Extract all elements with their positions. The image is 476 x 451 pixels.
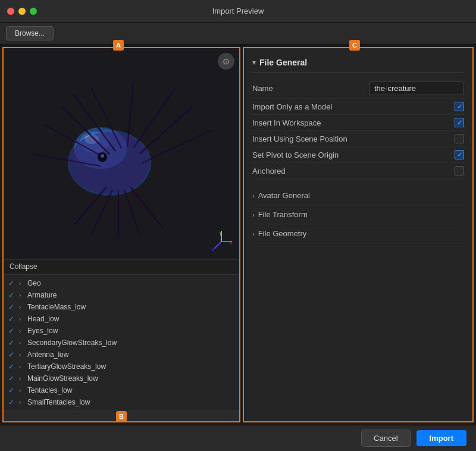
maximize-button[interactable] (30, 8, 37, 15)
window-controls[interactable] (7, 8, 37, 15)
check-icon: ✓ (8, 279, 17, 287)
expand-icon: › (19, 399, 25, 406)
panels: ⊙ x y z Collapse ✓ › Geo ✓ › (0, 45, 476, 425)
collapsed-section-title: File Geometry (258, 229, 307, 238)
preview-area: ⊙ x y z (4, 48, 239, 260)
svg-point-21 (101, 154, 104, 158)
tree-item[interactable]: ✓ › Geo (4, 277, 239, 289)
tree-item[interactable]: ✓ › Eyes_low (4, 325, 239, 337)
chevron-right-icon: › (252, 211, 255, 218)
file-general-header[interactable]: ▾ File General (252, 54, 464, 73)
import-model-check-icon[interactable] (455, 102, 464, 111)
svg-text:z: z (212, 247, 214, 252)
badge-b-container: B (4, 411, 239, 421)
expand-icon: › (19, 328, 25, 334)
collapsed-section[interactable]: › File Transform (252, 205, 464, 224)
check-icon: ✓ (8, 339, 17, 347)
item-label: SecondaryGlowStreaks_low (27, 339, 117, 347)
insert-workspace-check-icon[interactable] (455, 118, 464, 127)
insert-workspace-row: Insert In Workspace (252, 115, 464, 131)
name-input[interactable] (369, 82, 464, 95)
name-row: Name (252, 79, 464, 99)
tree-item[interactable]: ✓ › TertiaryGlowStreaks_low (4, 361, 239, 372)
cancel-button[interactable]: Cancel (361, 430, 410, 447)
window-title: Import Preview (212, 7, 264, 15)
check-icon: ✓ (8, 374, 17, 383)
toolbar: Browse... (0, 23, 476, 45)
title-bar: Import Preview (0, 0, 476, 23)
name-value (369, 82, 464, 95)
expand-icon: › (19, 375, 25, 382)
close-button[interactable] (7, 8, 14, 15)
item-label: Geo (27, 279, 41, 287)
right-panel: ▾ File General Name Import Only as a Mod… (243, 47, 474, 422)
expand-icon: › (19, 340, 25, 346)
creature-viewport (4, 48, 239, 259)
tree-item[interactable]: ✓ › Tentacles_low (4, 384, 239, 396)
expand-icon: › (19, 352, 25, 358)
set-pivot-label: Set Pivot to Scene Origin (252, 151, 455, 159)
check-icon: ✓ (8, 291, 17, 299)
browse-button[interactable]: Browse... (6, 26, 54, 40)
item-label: SmallTentacles_low (27, 398, 90, 406)
collapsed-section[interactable]: › File Geometry (252, 224, 464, 243)
anchored-row: Anchored (252, 163, 464, 179)
main-content: Browse... A C (0, 23, 476, 451)
chevron-right-icon: › (252, 192, 255, 199)
item-label: Antenna_low (27, 350, 68, 359)
tree-item[interactable]: ✓ › SmallTentacles_low (4, 396, 239, 408)
chevron-down-icon: ▾ (252, 58, 256, 67)
tree-section: Collapse ✓ › Geo ✓ › Armature ✓ › Tentac… (4, 260, 239, 411)
tree-item[interactable]: ✓ › Armature (4, 289, 239, 301)
check-icon: ✓ (8, 303, 17, 311)
axes-indicator: x y z (209, 230, 233, 253)
import-model-row: Import Only as a Model (252, 99, 464, 115)
collapse-header[interactable]: Collapse (4, 260, 239, 275)
camera-icon[interactable]: ⊙ (218, 53, 234, 70)
insert-workspace-label: Insert In Workspace (252, 118, 455, 127)
expand-icon: › (19, 304, 25, 311)
left-panel: ⊙ x y z Collapse ✓ › Geo ✓ › (2, 47, 240, 422)
file-general-title: File General (259, 58, 307, 67)
import-model-label: Import Only as a Model (252, 102, 455, 111)
insert-scene-check-icon[interactable] (455, 134, 464, 143)
tree-item[interactable]: ✓ › TentacleMass_low (4, 301, 239, 313)
check-icon: ✓ (8, 398, 17, 406)
anchored-label: Anchored (252, 167, 455, 176)
collapsed-section-title: Avatar General (258, 191, 310, 200)
check-icon: ✓ (8, 386, 17, 394)
import-button[interactable]: Import (416, 430, 466, 446)
item-label: Eyes_low (27, 327, 58, 335)
tree-item[interactable]: ✓ › Head_low (4, 313, 239, 325)
collapsed-section-title: File Transform (258, 210, 308, 219)
collapsed-section[interactable]: › Avatar General (252, 186, 464, 205)
check-icon: ✓ (8, 350, 17, 359)
item-label: Armature (27, 291, 57, 299)
svg-point-19 (69, 132, 150, 194)
anchored-check-icon[interactable] (455, 166, 464, 176)
collapsed-sections: › Avatar General › File Transform › File… (252, 186, 464, 243)
item-label: MainGlowStreaks_low (27, 374, 98, 383)
expand-icon: › (19, 387, 25, 394)
item-label: TertiaryGlowStreaks_low (27, 362, 106, 371)
check-icon: ✓ (8, 315, 17, 323)
tree-list: ✓ › Geo ✓ › Armature ✓ › TentacleMass_lo… (4, 275, 239, 411)
tree-item[interactable]: ✓ › MainGlowStreaks_low (4, 372, 239, 384)
insert-scene-label: Insert Using Scene Position (252, 134, 455, 143)
tree-item[interactable]: ✓ › Antenna_low (4, 349, 239, 361)
insert-scene-row: Insert Using Scene Position (252, 131, 464, 147)
expand-icon: › (19, 280, 25, 287)
svg-line-24 (214, 242, 221, 249)
badge-a: A (113, 40, 124, 51)
bottom-bar: Cancel Import (0, 425, 476, 451)
minimize-button[interactable] (18, 8, 26, 15)
tree-item[interactable]: ✓ › SecondaryGlowStreaks_low (4, 337, 239, 349)
svg-text:x: x (230, 240, 232, 245)
chevron-right-icon: › (252, 230, 255, 237)
expand-icon: › (19, 292, 25, 299)
item-label: Tentacles_low (27, 386, 72, 394)
set-pivot-check-icon[interactable] (455, 150, 464, 159)
import-model-checkbox[interactable] (455, 102, 464, 111)
creature-svg (14, 71, 228, 237)
expand-icon: › (19, 316, 25, 322)
